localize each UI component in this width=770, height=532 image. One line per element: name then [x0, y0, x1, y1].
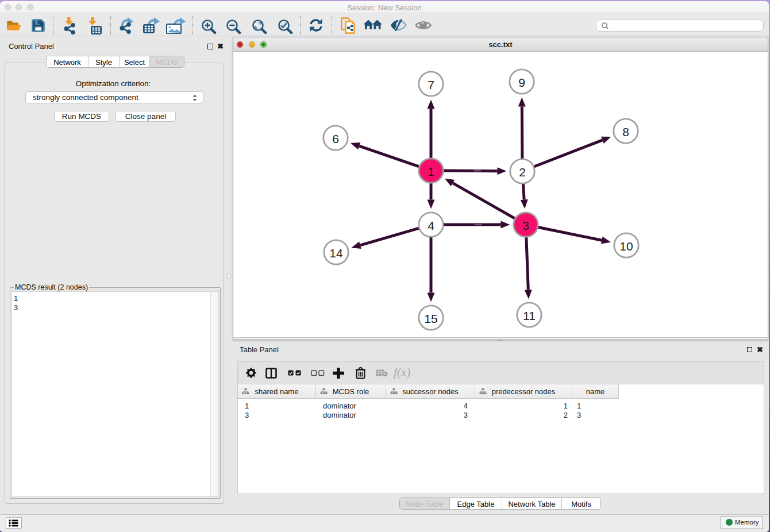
svg-text:7: 7 [428, 78, 434, 91]
svg-text:9: 9 [518, 76, 525, 89]
svg-text:3: 3 [522, 219, 529, 232]
svg-text:6: 6 [332, 132, 339, 145]
svg-text:2: 2 [519, 165, 526, 179]
svg-text:8: 8 [622, 125, 629, 138]
svg-text:14: 14 [329, 246, 343, 260]
svg-text:10: 10 [619, 240, 633, 253]
svg-text:11: 11 [523, 309, 536, 322]
svg-text:1: 1 [428, 165, 434, 178]
svg-text:15: 15 [424, 312, 437, 325]
svg-text:4: 4 [428, 219, 434, 232]
